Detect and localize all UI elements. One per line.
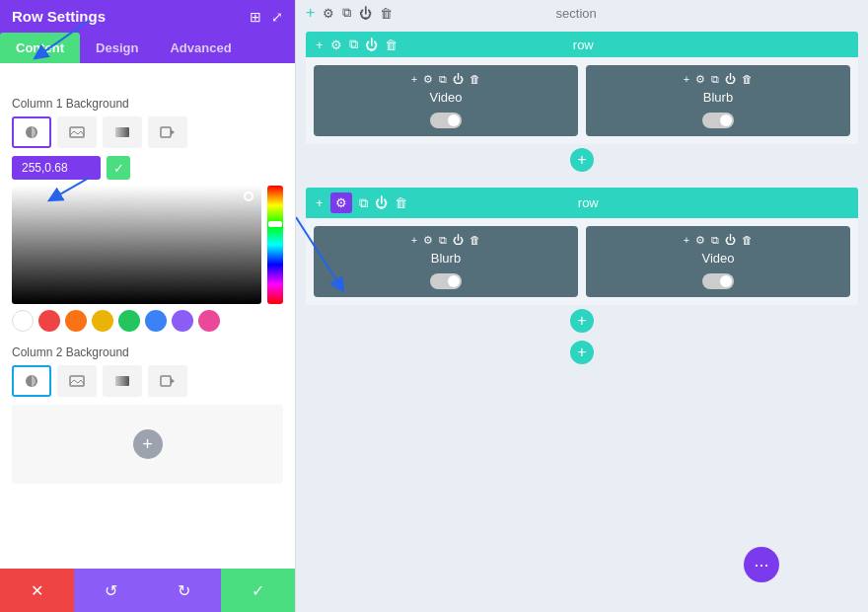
module-video-icons: + ⚙ ⧉ ⏻ 🗑 <box>411 73 480 86</box>
swatch-white[interactable] <box>12 310 34 332</box>
mv-add[interactable]: + <box>411 73 417 86</box>
row2-copy-icon[interactable]: ⧉ <box>359 195 368 211</box>
mb2-gear[interactable]: ⚙ <box>423 234 433 247</box>
mb2-power[interactable]: ⏻ <box>453 234 464 247</box>
row2-power-icon[interactable]: ⏻ <box>375 195 388 210</box>
module-blurb1-toggle[interactable] <box>702 113 734 128</box>
bg-options-col2 <box>12 365 283 397</box>
add-between-rows-1: + <box>306 144 858 176</box>
row1-add-icon[interactable]: + <box>316 38 324 52</box>
svg-rect-7 <box>115 376 129 386</box>
section-header: + ⚙ ⧉ ⏻ 🗑 section <box>296 0 868 26</box>
bg-video-btn[interactable] <box>148 116 187 148</box>
col2-add-btn[interactable]: + <box>133 429 163 459</box>
mv2-add[interactable]: + <box>684 234 689 247</box>
module-video2-label: Video <box>701 251 734 266</box>
module-video-label: Video <box>429 90 462 105</box>
mv2-trash[interactable]: 🗑 <box>742 234 753 247</box>
color-hue-bar[interactable] <box>267 186 283 304</box>
bg-video-btn-col2[interactable] <box>148 365 187 397</box>
color-confirm-btn[interactable]: ✓ <box>107 156 130 180</box>
mv-trash[interactable]: 🗑 <box>470 73 480 86</box>
cancel-btn[interactable]: ✕ <box>0 569 74 612</box>
bg-color-btn[interactable] <box>12 116 51 148</box>
mb1-trash[interactable]: 🗑 <box>742 73 753 86</box>
module-blurb1-label: Blurb <box>703 90 733 105</box>
mb2-copy[interactable]: ⧉ <box>439 234 447 247</box>
swatch-yellow[interactable] <box>92 310 113 332</box>
expand-icon[interactable]: ⤢ <box>271 9 283 25</box>
row2-gear-icon-active[interactable]: ⚙ <box>330 192 352 213</box>
section-top-icons: + ⚙ ⧉ ⏻ 🗑 <box>306 4 393 22</box>
module-blurb2: + ⚙ ⧉ ⏻ 🗑 Blurb <box>314 226 578 297</box>
bg-gradient-btn[interactable] <box>103 116 142 148</box>
module-video2-toggle[interactable] <box>702 273 734 289</box>
bg-gradient-btn-col2[interactable] <box>103 365 142 397</box>
grid-icon[interactable]: ⊞ <box>250 9 261 25</box>
tab-content[interactable]: Content <box>0 33 80 63</box>
row2-add-icon[interactable]: + <box>316 195 324 210</box>
svg-rect-3 <box>161 127 171 137</box>
module-video-toggle[interactable] <box>430 113 462 128</box>
row1-container: + ⚙ ⧉ ⏻ 🗑 row + ⚙ ⧉ ⏻ 🗑 Video <box>306 32 858 176</box>
bg-image-btn-col2[interactable] <box>57 365 97 397</box>
swatch-blue[interactable] <box>145 310 167 332</box>
mv-copy[interactable]: ⧉ <box>439 73 447 86</box>
mv-power[interactable]: ⏻ <box>453 73 464 86</box>
add-between-btn-1[interactable]: + <box>570 148 594 172</box>
hue-handle <box>268 221 282 227</box>
tab-design[interactable]: Design <box>80 33 154 63</box>
redo-btn[interactable]: ↻ <box>148 569 222 612</box>
col2-section: Column 2 Background + <box>12 345 283 484</box>
undo-btn[interactable]: ↺ <box>74 569 148 612</box>
color-value-input[interactable]: 255,0.68 <box>12 156 101 180</box>
panel-content: Column 1 Background 255,0.68 ✓ <box>0 63 295 569</box>
row1-label: row <box>398 38 769 52</box>
color-gradient-picker[interactable] <box>12 186 261 304</box>
color-picker-wrapper <box>12 186 283 304</box>
mv2-gear[interactable]: ⚙ <box>695 234 705 247</box>
mv2-power[interactable]: ⏻ <box>725 234 736 247</box>
mv2-copy[interactable]: ⧉ <box>711 234 719 247</box>
section-gear-icon[interactable]: ⚙ <box>323 6 334 21</box>
swatch-purple[interactable] <box>172 310 193 332</box>
mb1-power[interactable]: ⏻ <box>725 73 736 86</box>
mb1-add[interactable]: + <box>684 73 689 86</box>
row1-gear-icon[interactable]: ⚙ <box>330 38 342 52</box>
svg-marker-4 <box>171 129 175 135</box>
swatch-green[interactable] <box>118 310 140 332</box>
row1-copy-icon[interactable]: ⧉ <box>349 37 358 52</box>
add-below-btn-2[interactable]: + <box>570 341 594 364</box>
row1-trash-icon[interactable]: 🗑 <box>385 38 398 52</box>
mv-gear[interactable]: ⚙ <box>423 73 433 86</box>
add-below-btn-1[interactable]: + <box>570 309 594 333</box>
bg-options-col1 <box>12 116 283 148</box>
confirm-btn[interactable]: ✓ <box>221 569 295 612</box>
tab-advanced[interactable]: Advanced <box>154 33 247 63</box>
mb2-add[interactable]: + <box>411 234 417 247</box>
purple-dots-btn[interactable]: ··· <box>744 547 779 582</box>
swatch-pink[interactable] <box>198 310 220 332</box>
module-video2-icons: + ⚙ ⧉ ⏻ 🗑 <box>684 234 753 247</box>
bg-image-btn[interactable] <box>57 116 97 148</box>
mb1-gear[interactable]: ⚙ <box>695 73 705 86</box>
section-trash-icon[interactable]: 🗑 <box>380 6 393 21</box>
row2-label: row <box>407 195 769 210</box>
row2-trash-icon[interactable]: 🗑 <box>395 195 407 210</box>
section-copy-icon[interactable]: ⧉ <box>342 5 351 21</box>
mb1-copy[interactable]: ⧉ <box>711 73 719 86</box>
module-blurb2-toggle[interactable] <box>430 273 462 289</box>
section-add-icon[interactable]: + <box>306 4 315 22</box>
swatch-red[interactable] <box>38 310 60 332</box>
row1-icons: + ⚙ ⧉ ⏻ 🗑 <box>316 37 398 52</box>
row1-modules: + ⚙ ⧉ ⏻ 🗑 Video + ⚙ ⧉ ⏻ 🗑 Blurb <box>306 57 858 144</box>
col1-label: Column 1 Background <box>12 97 283 111</box>
panel-header-icons: ⊞ ⤢ <box>250 9 283 25</box>
panel-title: Row Settings <box>12 8 106 25</box>
bg-color-btn-col2[interactable] <box>12 365 51 397</box>
section-power-icon[interactable]: ⏻ <box>359 6 372 21</box>
swatch-orange[interactable] <box>65 310 87 332</box>
mb2-trash[interactable]: 🗑 <box>470 234 480 247</box>
row1-power-icon[interactable]: ⏻ <box>365 38 378 52</box>
tabs-bar: Content Design Advanced <box>0 33 295 63</box>
